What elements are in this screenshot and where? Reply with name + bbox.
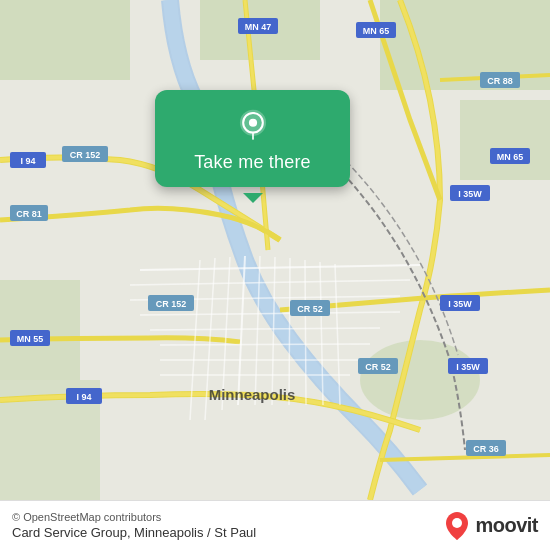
location-pin-icon xyxy=(235,108,271,144)
map-background: I 94 MN 47 MN 65 CR 152 CR 81 MN 65 CR 8… xyxy=(0,0,550,500)
svg-text:Minneapolis: Minneapolis xyxy=(209,386,296,403)
svg-point-43 xyxy=(248,119,256,127)
moovit-brand-text: moovit xyxy=(475,514,538,537)
attribution-text: © OpenStreetMap contributors xyxy=(12,511,256,523)
location-info-text: Card Service Group, Minneapolis / St Pau… xyxy=(12,525,256,540)
svg-rect-1 xyxy=(0,0,130,80)
svg-text:I 94: I 94 xyxy=(20,156,35,166)
svg-text:CR 152: CR 152 xyxy=(70,150,101,160)
svg-text:I 94: I 94 xyxy=(76,392,91,402)
moovit-pin-icon xyxy=(443,510,471,542)
svg-point-7 xyxy=(360,340,480,420)
location-popup[interactable]: Take me there xyxy=(155,90,350,187)
svg-text:I 35W: I 35W xyxy=(458,189,482,199)
svg-text:MN 55: MN 55 xyxy=(17,334,44,344)
map-container[interactable]: I 94 MN 47 MN 65 CR 152 CR 81 MN 65 CR 8… xyxy=(0,0,550,500)
svg-text:MN 65: MN 65 xyxy=(497,152,524,162)
take-me-there-button[interactable]: Take me there xyxy=(194,152,311,173)
moovit-logo: moovit xyxy=(443,510,538,542)
bottom-bar: © OpenStreetMap contributors Card Servic… xyxy=(0,500,550,550)
svg-text:I 35W: I 35W xyxy=(448,299,472,309)
svg-text:MN 65: MN 65 xyxy=(363,26,390,36)
svg-text:CR 88: CR 88 xyxy=(487,76,513,86)
svg-text:CR 81: CR 81 xyxy=(16,209,42,219)
svg-text:CR 152: CR 152 xyxy=(156,299,187,309)
svg-point-44 xyxy=(452,518,462,528)
svg-text:I 35W: I 35W xyxy=(456,362,480,372)
svg-rect-4 xyxy=(460,100,550,180)
svg-text:MN 47: MN 47 xyxy=(245,22,272,32)
svg-text:CR 52: CR 52 xyxy=(297,304,323,314)
svg-text:CR 52: CR 52 xyxy=(365,362,391,372)
svg-text:CR 36: CR 36 xyxy=(473,444,499,454)
